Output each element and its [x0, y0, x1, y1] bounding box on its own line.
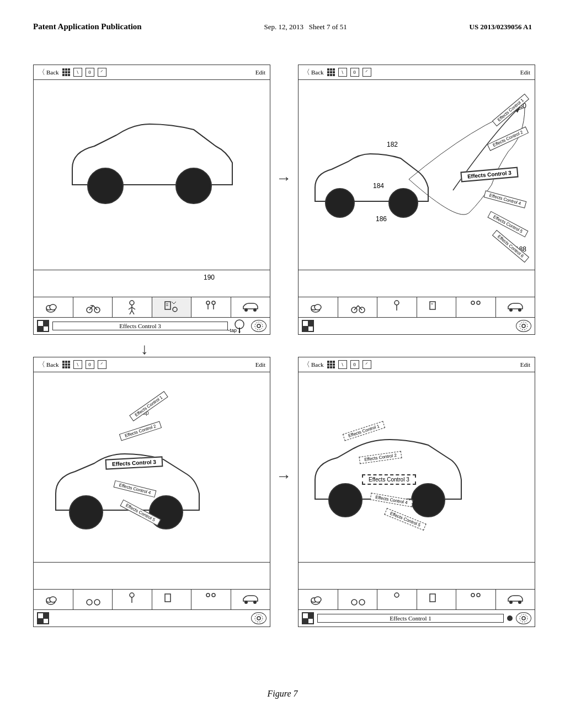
toolbar-item-clouds-br[interactable] [299, 590, 338, 609]
svg-point-48 [509, 308, 513, 312]
edit-button-tr[interactable]: Edit [520, 69, 530, 76]
svg-point-66 [257, 617, 260, 620]
toolbar-item-bike[interactable] [73, 297, 113, 317]
svg-line-21 [172, 302, 174, 304]
svg-point-56 [50, 597, 56, 602]
slash-icon-br: ⧵ [338, 360, 347, 369]
toolbar-items-bl [34, 589, 270, 610]
panel-bottom-left: /715 〈 Back ⧵ 0 ⸍ Edit [33, 357, 270, 627]
svg-point-52 [70, 496, 103, 529]
back-button-bl[interactable]: 〈 Back [38, 360, 59, 370]
toolbar-item-people-tr[interactable] [456, 297, 496, 317]
phone-bar-br: 〈 Back ⧵ 0 ⸍ Edit [299, 357, 535, 372]
publication-title: Patent Application Publication [33, 22, 142, 31]
svg-line-9 [89, 306, 93, 310]
svg-point-59 [130, 593, 134, 597]
header: Patent Application Publication Sep. 12, … [33, 22, 532, 31]
toolbar-items-tl [34, 297, 270, 318]
toolbar-item-person-bl[interactable] [113, 590, 152, 609]
toolbar-item-people[interactable] [191, 297, 231, 317]
corner-icon-br: ⸍ [363, 360, 371, 369]
toolbar-item-clouds[interactable] [34, 297, 73, 317]
arrow-right-bottom: → [276, 467, 291, 485]
slash-icon-bl: ⧵ [73, 360, 82, 369]
svg-point-73 [351, 599, 357, 605]
slash-icon-tr: ⧵ [338, 68, 347, 77]
svg-point-6 [50, 304, 56, 310]
svg-point-79 [509, 601, 513, 604]
toolbar-item-clouds-bl[interactable] [34, 590, 73, 609]
back-button-tr[interactable]: 〈 Back [303, 67, 324, 77]
edit-button-tl[interactable]: Edit [255, 69, 265, 76]
car-drawing-tl [61, 113, 238, 223]
toolbar-item-selected-bl[interactable] [152, 590, 192, 609]
toolbar-item-people-br[interactable] [456, 590, 496, 609]
toolbar-item-person[interactable] [113, 297, 152, 317]
svg-point-12 [130, 301, 134, 305]
svg-point-78 [477, 593, 480, 597]
svg-point-26 [212, 301, 215, 304]
grid-icon-bl [62, 361, 70, 368]
toolbar-item-car-small[interactable] [231, 297, 270, 317]
svg-point-23 [173, 307, 177, 312]
svg-rect-44 [430, 302, 435, 309]
back-button-tl[interactable]: 〈 Back [38, 67, 59, 77]
svg-point-75 [395, 593, 399, 597]
slash-icon-tl: ⧵ [73, 68, 82, 77]
toolbar-item-person-br[interactable] [377, 590, 417, 609]
toolbar-item-bike-tr[interactable] [338, 297, 378, 317]
toolbar-item-selected-br[interactable] [417, 590, 457, 609]
grid-icon-br [327, 361, 335, 368]
toolbar-item-selected-tr[interactable] [417, 297, 457, 317]
effects-strip-1-bl: Effects Control 1 [129, 391, 168, 421]
svg-point-47 [477, 301, 480, 304]
toolbar-item-bike-bl[interactable] [73, 590, 113, 609]
toolbar-tl: 190 195 [34, 297, 270, 334]
svg-line-15 [132, 307, 135, 309]
panel-bottom-right: /720 〈 Back ⧵ 0 ⸍ Edit [298, 357, 535, 627]
toolbar-item-car-br[interactable] [496, 590, 535, 609]
toolbar-item-car-tr[interactable] [496, 297, 535, 317]
svg-point-32 [255, 322, 263, 330]
patent-number: US 2013/0239056 A1 [470, 23, 532, 31]
svg-line-0 [194, 130, 216, 146]
svg-line-10 [93, 306, 97, 310]
zero-icon-bl: 0 [86, 360, 94, 369]
toolbar-tr [299, 297, 535, 334]
svg-point-69 [412, 484, 445, 517]
svg-line-1 [94, 135, 116, 146]
settings-icon-br[interactable] [516, 612, 531, 624]
svg-point-58 [94, 599, 100, 605]
main-area-bl: tap Effects Control 1 Effects Control 2 … [34, 372, 270, 563]
toolbar-items-br [299, 589, 535, 610]
svg-line-17 [132, 311, 134, 314]
effects-control-label-tl: Effects Control 3 [52, 322, 228, 330]
toolbar-item-selected[interactable] [152, 297, 192, 317]
zero-icon-br: 0 [350, 360, 359, 369]
phone-bar-tr: 〈 Back ⧵ 0 ⸍ Edit [299, 65, 535, 80]
toolbar-item-bike-br[interactable] [338, 590, 378, 609]
svg-point-77 [471, 593, 475, 597]
svg-line-16 [130, 311, 132, 314]
settings-icon-bl[interactable] [251, 612, 266, 624]
svg-point-24 [206, 301, 210, 304]
toolbar-bottom-bl [34, 610, 270, 627]
toolbar-item-car-bl[interactable] [231, 590, 270, 609]
edit-button-br[interactable]: Edit [520, 361, 530, 368]
svg-point-82 [520, 614, 527, 622]
toolbar-item-people-bl[interactable] [191, 590, 231, 609]
settings-icon-tr[interactable] [516, 320, 531, 332]
settings-icon-tl[interactable] [251, 320, 266, 332]
svg-point-57 [87, 599, 92, 605]
edit-button-bl[interactable]: Edit [255, 361, 265, 368]
toolbar-item-person-tr[interactable] [377, 297, 417, 317]
svg-point-51 [520, 322, 527, 330]
svg-point-49 [518, 308, 521, 312]
svg-point-62 [206, 593, 210, 597]
toolbar-item-clouds-tr[interactable] [299, 297, 338, 317]
svg-point-29 [253, 308, 257, 312]
toolbar-bottom-tr [299, 318, 535, 334]
main-area-br: Effects Control 1 Effects Control 2 Effe… [299, 372, 535, 563]
svg-point-72 [315, 597, 321, 602]
back-button-br[interactable]: 〈 Back [303, 360, 324, 370]
